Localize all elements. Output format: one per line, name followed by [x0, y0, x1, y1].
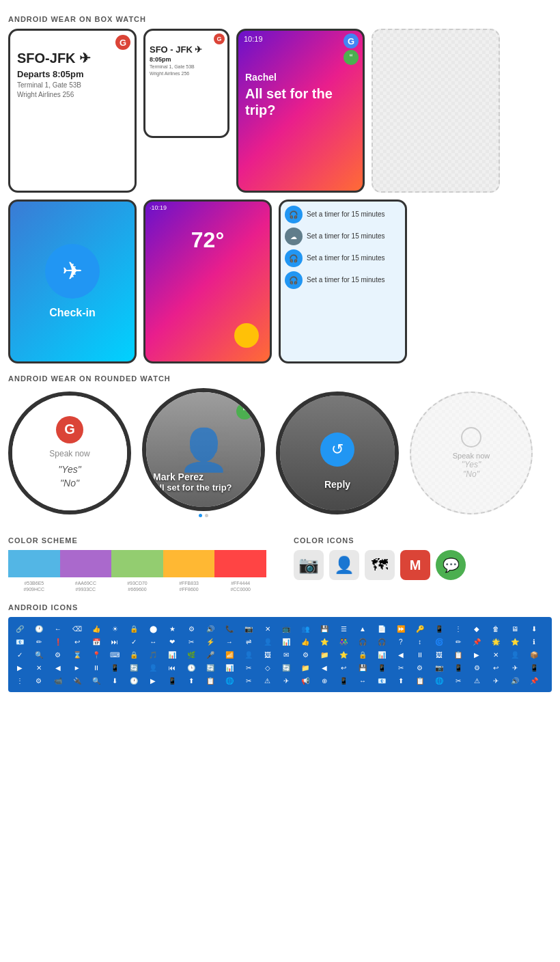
android-icon: ► [71, 661, 83, 674]
color-scheme-section: COLOR SCHEME #53B6E5 #AA69CC #93CD70 #FF… [8, 528, 266, 592]
flight-route-sm: SFO - JFK ✈ [150, 44, 223, 55]
flight-screen-large: G SFO-JFK ✈ Departs 8:05pm Terminal 1, G… [10, 31, 135, 191]
android-icon: 📋 [414, 674, 426, 687]
contact-overlay: Mark Perez All set for the trip? [153, 471, 254, 493]
android-icon: 📧 [14, 635, 26, 648]
android-icon: 🎤 [204, 648, 216, 661]
android-icon: 📧 [376, 674, 388, 687]
android-icon: 🌿 [185, 648, 197, 661]
android-icon: ✓ [14, 648, 26, 661]
contact-screen: “ Mark Perez All set for the trip? [146, 392, 261, 507]
android-icon: ⚙ [414, 661, 426, 674]
android-icon: ⚠ [471, 674, 483, 687]
ghost-yes: "Yes" [462, 460, 481, 469]
reply-screen: ↺ Reply [280, 396, 395, 510]
swatch-blue [8, 550, 60, 577]
android-icon: ⬆ [395, 674, 407, 687]
android-icon: 🖼 [262, 648, 274, 661]
ghost-badge [461, 427, 481, 448]
android-icon: 👤 [509, 648, 521, 661]
android-icon: 📱 [528, 661, 540, 674]
checkin-screen: ✈ Check-in [10, 202, 135, 361]
android-icon: 📍 [90, 648, 102, 661]
headphone-icon-1: 🎧 [285, 206, 303, 223]
contacts-icon-item: 👤 [329, 550, 359, 580]
android-icon: ⚙ [471, 661, 483, 674]
android-icon: 📺 [280, 622, 292, 635]
label-red-top: #FF4444 [214, 580, 266, 586]
android-icon: 🗑 [490, 622, 502, 635]
android-icons-title: ANDROID ICONS [8, 603, 552, 611]
speak-now-text: Speak now [49, 449, 89, 458]
android-icon: ⊕ [318, 674, 331, 687]
android-icon: 📱 [109, 661, 121, 674]
headphone-icon-4: 🎧 [285, 271, 303, 289]
voice-watch: G Speak now "Yes" "No" [8, 391, 131, 514]
swatch-red [214, 550, 266, 577]
android-icon: ▲ [356, 622, 369, 635]
android-icon: ▶ [147, 674, 159, 687]
android-icon: 🎵 [147, 648, 159, 661]
label-blue-top: #53B6E5 [8, 580, 60, 586]
color-icons-title: COLOR ICONS [294, 536, 552, 545]
android-icon: 🕒 [185, 661, 197, 674]
android-icon: ▶ [471, 648, 483, 661]
timer-item-4: 🎧 Set a timer for 15 minutes [285, 271, 401, 289]
android-icon: 📞 [223, 622, 236, 635]
android-icon: 👍 [90, 622, 102, 635]
cloud-icon: ☁ [285, 228, 303, 245]
label-green-top: #93CD70 [111, 580, 163, 586]
box-watch-section: ANDROID WEAR ON BOX WATCH G SFO-JFK ✈ De… [8, 15, 552, 363]
android-icon: ✂ [185, 635, 197, 648]
contact-watch: “ Mark Perez All set for the trip? [142, 388, 265, 511]
android-icon: ✏ [452, 635, 464, 648]
checkin-label: Check-in [49, 307, 96, 319]
android-icon: 🔗 [14, 622, 26, 635]
rounded-watch-grid: G Speak now "Yes" "No" “ Mark Perez [8, 388, 552, 517]
android-icon: 🔊 [509, 674, 521, 687]
box-watch-title: ANDROID WEAR ON BOX WATCH [8, 15, 552, 23]
android-icon: ☀ [109, 622, 121, 635]
timer-item-3: 🎧 Set a timer for 15 minutes [285, 249, 401, 267]
sun-icon [234, 323, 259, 348]
label-purple-bot: #9933CC [60, 586, 112, 592]
timer-device: 🎧 Set a timer for 15 minutes ☁ Set a tim… [279, 200, 407, 363]
android-icon: 👫 [337, 635, 350, 648]
gmail-icon-item: M [400, 550, 430, 580]
headphone-icon-3: 🎧 [285, 249, 303, 267]
android-icon: ◆ [471, 622, 483, 635]
android-icon: 📋 [452, 648, 464, 661]
contact-message: All set for the trip? [153, 482, 254, 493]
android-icon: ⚠ [262, 674, 274, 687]
label-blue-bot: #909HCC [8, 586, 60, 592]
android-icon: ↕ [414, 635, 426, 648]
voice-yes: "Yes" [58, 464, 81, 475]
gmail-letter: M [410, 558, 421, 573]
label-orange-bot: #FF8600 [163, 586, 215, 592]
android-icon: ⭐ [337, 648, 350, 661]
android-icon: 👥 [299, 622, 311, 635]
android-icon: 📱 [452, 661, 464, 674]
android-icon: 🔒 [356, 648, 369, 661]
android-icon: ⬇ [528, 622, 540, 635]
android-icon: ↩ [71, 635, 83, 648]
android-icon: 🔑 [414, 622, 426, 635]
reply-button[interactable]: ↺ [320, 432, 354, 467]
android-icon: 🌐 [433, 674, 445, 687]
android-icon: ✉ [280, 648, 292, 661]
timer-item-1: 🎧 Set a timer for 15 minutes [285, 206, 401, 223]
android-icon: ☰ [337, 622, 350, 635]
weather-temp: 72° [151, 228, 264, 253]
message-sender: Rachel [245, 72, 356, 83]
contact-quote-badge: “ [236, 403, 253, 420]
flight-terminal-sm: Terminal 1, Gate 53BWright Airlines 256 [150, 64, 223, 77]
android-icon: ✈ [509, 661, 521, 674]
weather-time: ·10:19 [150, 204, 167, 211]
android-icon: ✕ [33, 661, 45, 674]
android-icon: ⬤ [147, 622, 159, 635]
android-icon: ⚙ [52, 648, 64, 661]
android-icons-grid: 🔗 🕐 ← ⌫ 👍 ☀ 🔒 ⬤ ★ ⚙ 🔊 📞 📷 ✕ 📺 👥 💾 ☰ ▲ [14, 622, 546, 687]
android-icon: ? [395, 635, 407, 648]
android-icon: ✂ [452, 674, 464, 687]
android-icon: ✂ [242, 674, 255, 687]
